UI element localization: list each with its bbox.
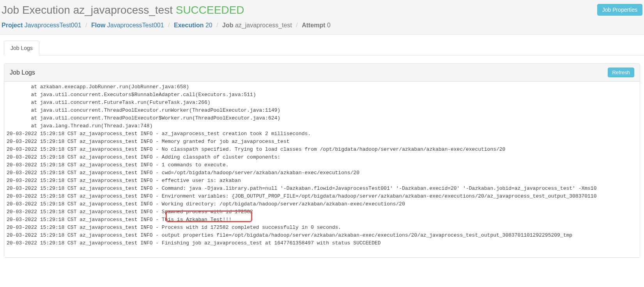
horizontal-scrollbar[interactable]: [4, 258, 640, 265]
log-line: 20-03-2022 15:29:18 CST az_javaprocess_t…: [7, 130, 637, 138]
log-line: 20-03-2022 15:29:18 CST az_javaprocess_t…: [7, 153, 637, 161]
log-line: 20-03-2022 15:29:18 CST az_javaprocess_t…: [7, 224, 637, 232]
header-bar: Job Execution az_javaprocess_test SUCCEE…: [0, 0, 644, 35]
breadcrumb-sep: /: [85, 22, 87, 29]
breadcrumb-attempt: Attempt 0: [302, 22, 331, 29]
breadcrumb-job: Job az_javaprocess_test: [222, 22, 292, 29]
log-line: 20-03-2022 15:29:18 CST az_javaprocess_t…: [7, 208, 637, 216]
log-line: 20-03-2022 15:29:18 CST az_javaprocess_t…: [7, 232, 637, 239]
log-line: at java.util.concurrent.Executors$Runnab…: [7, 91, 637, 99]
breadcrumb-sep: /: [296, 22, 297, 29]
breadcrumb-execution[interactable]: Execution 20: [174, 22, 212, 29]
log-line: at azkaban.execapp.JobRunner.run(JobRunn…: [7, 83, 637, 91]
tab-job-logs[interactable]: Job Logs: [4, 41, 39, 55]
log-panel-body: at azkaban.execapp.JobRunner.run(JobRunn…: [4, 82, 640, 257]
log-line: 20-03-2022 15:29:18 CST az_javaprocess_t…: [7, 177, 637, 185]
log-line: 20-03-2022 15:29:18 CST az_javaprocess_t…: [7, 239, 637, 247]
log-line: 20-03-2022 15:29:18 CST az_javaprocess_t…: [7, 193, 637, 200]
title-prefix: Job Execution: [2, 4, 73, 16]
log-scroll-area[interactable]: at azkaban.execapp.JobRunner.run(JobRunn…: [4, 82, 640, 257]
log-panel-title: Job Logs: [10, 69, 35, 76]
log-line: 20-03-2022 15:29:18 CST az_javaprocess_t…: [7, 161, 637, 169]
log-line: 20-03-2022 15:29:18 CST az_javaprocess_t…: [7, 169, 637, 177]
log-line: at java.util.concurrent.ThreadPoolExecut…: [7, 114, 637, 122]
log-line: 20-03-2022 15:29:18 CST az_javaprocess_t…: [7, 146, 637, 153]
breadcrumb-sep: /: [168, 22, 170, 29]
log-panel: Job Logs Refresh at azkaban.execapp.JobR…: [4, 63, 640, 258]
status-badge: SUCCEEDED: [176, 4, 244, 16]
breadcrumb-sep: /: [216, 22, 218, 29]
log-line: 20-03-2022 15:29:18 CST az_javaprocess_t…: [7, 138, 637, 146]
log-line: 20-03-2022 15:29:18 CST az_javaprocess_t…: [7, 185, 637, 193]
breadcrumb-project[interactable]: Project JavaprocessTest001: [2, 22, 81, 29]
breadcrumb: Project JavaprocessTest001 / Flow Javapr…: [2, 19, 642, 34]
breadcrumb-flow[interactable]: Flow JavaprocessTest001: [91, 22, 164, 29]
job-properties-button[interactable]: Job Properties: [597, 4, 642, 16]
page-title: Job Execution az_javaprocess_test SUCCEE…: [2, 4, 244, 16]
tabs: Job Logs: [4, 40, 644, 55]
title-job-name: az_javaprocess_test: [73, 4, 173, 16]
log-line: at java.util.concurrent.ThreadPoolExecut…: [7, 107, 637, 114]
log-panel-heading: Job Logs Refresh: [4, 64, 640, 82]
log-output: at azkaban.execapp.JobRunner.run(JobRunn…: [4, 82, 640, 250]
log-line: 20-03-2022 15:29:18 CST az_javaprocess_t…: [7, 200, 637, 208]
log-line: at java.util.concurrent.FutureTask.run(F…: [7, 99, 637, 107]
log-line: at java.lang.Thread.run(Thread.java:748): [7, 122, 637, 130]
log-line: 20-03-2022 15:29:18 CST az_javaprocess_t…: [7, 216, 637, 224]
refresh-button[interactable]: Refresh: [608, 68, 634, 77]
